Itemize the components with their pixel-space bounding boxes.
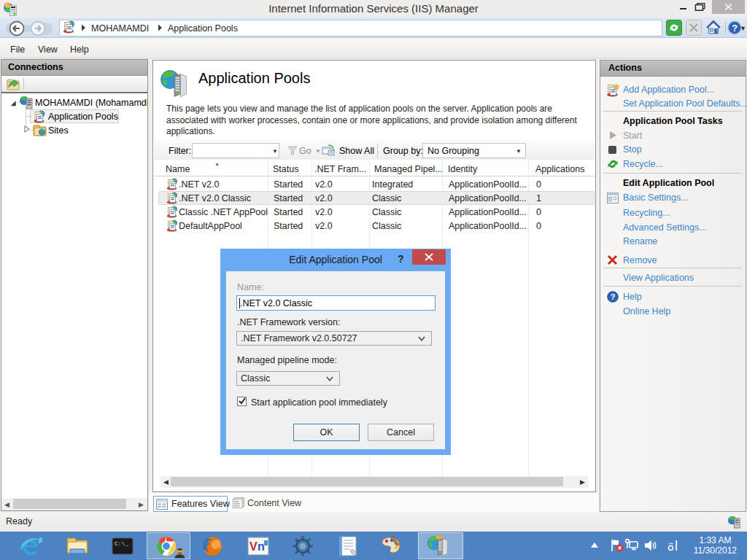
svg-text:n: n bbox=[258, 540, 265, 553]
svg-text:V: V bbox=[249, 540, 258, 553]
svg-text:?: ? bbox=[732, 23, 738, 34]
svg-text:?: ? bbox=[611, 292, 616, 301]
svg-text:C:\_: C:\_ bbox=[115, 540, 128, 547]
